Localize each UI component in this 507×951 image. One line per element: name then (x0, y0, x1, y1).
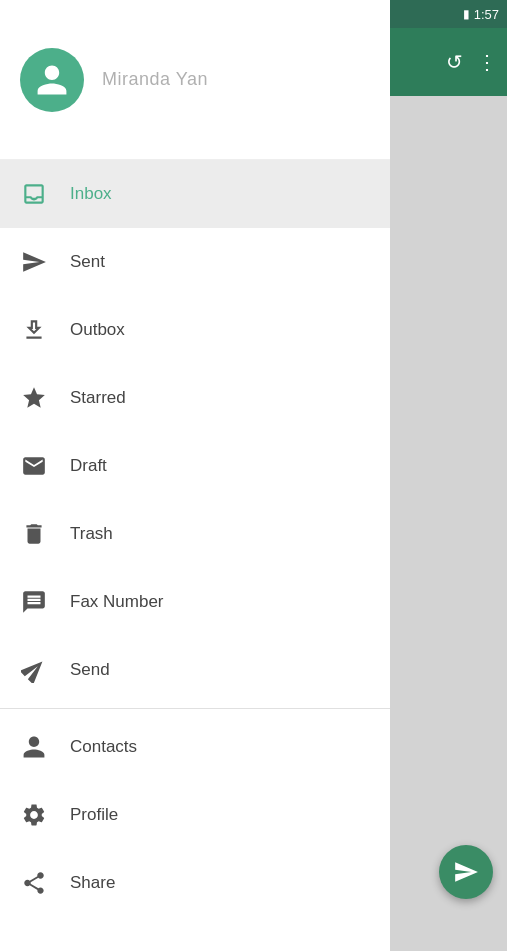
sidebar-item-send[interactable]: Send (0, 636, 390, 704)
app-bar: ↺ ⋮ (387, 28, 507, 96)
battery-icon: ▮ (463, 7, 470, 21)
send-icon (20, 656, 48, 684)
starred-label: Starred (70, 388, 126, 408)
drawer-header: Miranda Yan (0, 0, 390, 160)
share-icon (20, 869, 48, 897)
contacts-icon (20, 733, 48, 761)
right-overlay (390, 96, 507, 951)
send-label: Send (70, 660, 110, 680)
user-name: Miranda Yan (102, 69, 208, 90)
fax-number-icon (20, 588, 48, 616)
outbox-icon (20, 316, 48, 344)
navigation-drawer: Miranda Yan Inbox Sent Outbox (0, 0, 390, 951)
more-options-icon[interactable]: ⋮ (477, 50, 497, 74)
sidebar-item-profile[interactable]: Profile (0, 781, 390, 849)
sidebar-item-trash[interactable]: Trash (0, 500, 390, 568)
draft-label: Draft (70, 456, 107, 476)
status-bar: ▮ 1:57 (387, 0, 507, 28)
draft-icon (20, 452, 48, 480)
compose-fab[interactable] (439, 845, 493, 899)
sidebar-item-starred[interactable]: Starred (0, 364, 390, 432)
nav-divider (0, 708, 390, 709)
sidebar-item-draft[interactable]: Draft (0, 432, 390, 500)
sent-label: Sent (70, 252, 105, 272)
share-label: Share (70, 873, 115, 893)
trash-label: Trash (70, 524, 113, 544)
status-time: 1:57 (474, 7, 499, 22)
sidebar-item-contacts[interactable]: Contacts (0, 713, 390, 781)
sidebar-item-share[interactable]: Share (0, 849, 390, 917)
starred-icon (20, 384, 48, 412)
profile-icon (20, 801, 48, 829)
contacts-label: Contacts (70, 737, 137, 757)
sidebar-item-fax-number[interactable]: Fax Number (0, 568, 390, 636)
sidebar-item-sent[interactable]: Sent (0, 228, 390, 296)
sidebar-item-inbox[interactable]: Inbox (0, 160, 390, 228)
profile-label: Profile (70, 805, 118, 825)
sent-icon (20, 248, 48, 276)
nav-list: Inbox Sent Outbox Starred (0, 160, 390, 951)
refresh-icon[interactable]: ↺ (446, 50, 463, 74)
avatar (20, 48, 84, 112)
sidebar-item-outbox[interactable]: Outbox (0, 296, 390, 364)
outbox-label: Outbox (70, 320, 125, 340)
inbox-icon (20, 180, 48, 208)
inbox-label: Inbox (70, 184, 112, 204)
trash-icon (20, 520, 48, 548)
fax-number-label: Fax Number (70, 592, 164, 612)
